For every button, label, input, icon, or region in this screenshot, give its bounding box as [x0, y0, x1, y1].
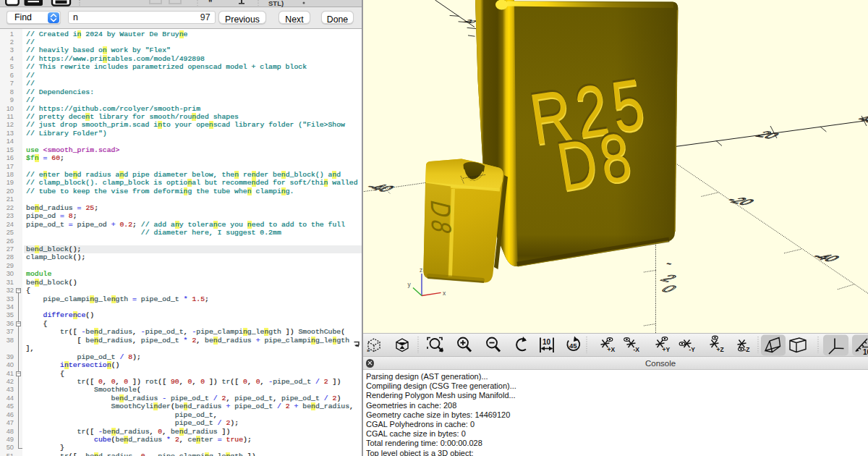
svg-text:+Z: +Z [717, 346, 724, 353]
svg-text:»: » [367, 347, 370, 354]
svg-text:+Y: +Y [663, 346, 671, 353]
svg-text:”: ” [208, 0, 213, 7]
svg-text:10: 10 [863, 348, 868, 356]
svg-text:+X: +X [608, 346, 616, 353]
svg-text:-X: -X [634, 346, 640, 353]
svg-text:D8: D8 [552, 117, 641, 206]
svg-text:-Y: -Y [689, 346, 696, 353]
svg-text:10: 10 [542, 338, 551, 346]
svg-text:STL): STL) [268, 0, 284, 7]
svg-text:z: z [420, 266, 422, 274]
svg-text:45: 45 [569, 342, 577, 350]
svg-text:-Z: -Z [744, 346, 750, 353]
